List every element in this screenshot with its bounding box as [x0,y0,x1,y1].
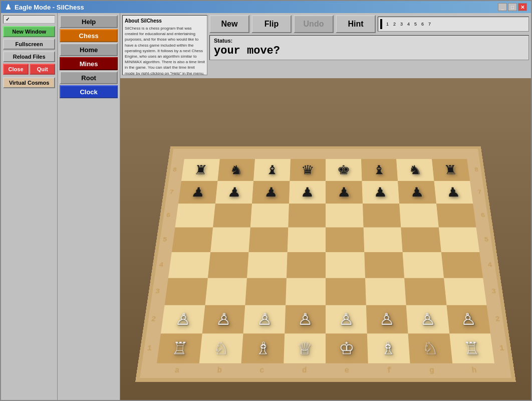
board-cell-7a[interactable]: ♟ [178,181,217,204]
hint-button[interactable]: Hint [336,15,376,33]
board-cell-2h[interactable]: ♙ [446,305,490,334]
rank-5-left: 5 [162,236,168,243]
mines-button[interactable]: Mines [60,57,118,70]
chess-button[interactable]: Chess [60,29,118,42]
board-cell-1h[interactable]: ♖ [449,333,494,363]
board-cell-4h[interactable] [441,252,483,278]
board-cell-5e[interactable] [326,228,364,252]
title-bar-left: ♟ Eagle Mode - SilChess [5,3,84,11]
close-button[interactable]: Close [3,64,29,75]
board-cell-7f[interactable]: ♟ [362,181,399,204]
black-piece: ♟ [434,181,473,204]
close-window-button[interactable]: ✕ [518,3,527,11]
board-cell-3c[interactable] [245,278,286,305]
flip-button[interactable]: Flip [251,15,292,33]
clock-button[interactable]: Clock [60,85,118,98]
file-c: c [259,366,264,375]
board-cell-6e[interactable] [326,204,363,227]
board-cell-8f[interactable]: ♝ [361,159,398,181]
board-cell-2c[interactable]: ♙ [243,305,286,334]
undo-button[interactable]: Undo [294,15,334,33]
board-cell-5d[interactable] [287,228,326,252]
board-cell-2f[interactable]: ♙ [366,305,408,334]
board-cell-5h[interactable] [438,228,479,252]
board-cell-8b[interactable]: ♞ [217,159,255,181]
board-cell-7b[interactable]: ♟ [215,181,253,204]
board-cell-3a[interactable] [165,278,208,305]
board-cell-7d[interactable]: ♟ [289,181,326,204]
file-e: e [344,366,349,375]
chess-board-grid[interactable]: ♜♞♝♛♚♝♞♜♟♟♟♟♟♟♟♟♙♙♙♙♙♙♙♙♖♘♗♕♔♗♘♖ [157,159,494,363]
board-cell-2g[interactable]: ♙ [406,305,449,334]
board-cell-1f[interactable]: ♗ [367,333,410,363]
board-cell-6h[interactable] [436,204,476,227]
board-cell-5b[interactable] [210,228,250,252]
level-tick-5: 5 [414,22,417,27]
board-cell-6f[interactable] [363,204,401,227]
fullscreen-button[interactable]: Fullscreen [3,39,55,50]
new-game-button[interactable]: New [209,15,249,33]
board-area[interactable]: 8 7 6 5 4 3 2 1 8 [120,78,531,400]
file-a: a [174,366,180,375]
black-piece: ♟ [178,181,217,204]
board-cell-6d[interactable] [288,204,326,227]
board-cell-6g[interactable] [399,204,438,227]
board-cell-5c[interactable] [248,228,288,252]
maximize-button[interactable]: □ [508,3,517,11]
board-cell-6c[interactable] [250,204,289,227]
board-cell-3g[interactable] [404,278,446,305]
board-cell-1a[interactable]: ♖ [157,333,202,363]
board-cell-4g[interactable] [403,252,444,278]
board-cell-3d[interactable] [286,278,326,305]
board-cell-3f[interactable] [365,278,406,305]
board-cell-7h[interactable]: ♟ [434,181,473,204]
board-cell-8c[interactable]: ♝ [253,159,290,181]
board-cell-7e[interactable]: ♟ [326,181,363,204]
board-cell-6a[interactable] [175,204,215,227]
reload-files-button[interactable]: Reload Files [3,51,55,62]
board-cell-4d[interactable] [286,252,326,278]
board-cell-8e[interactable]: ♚ [326,159,362,181]
level-bar[interactable]: 1 2 3 4 5 6 7 [378,17,529,32]
home-button[interactable]: Home [60,43,118,56]
board-cell-3h[interactable] [444,278,487,305]
board-cell-8a[interactable]: ♜ [181,159,219,181]
minimize-button[interactable]: _ [498,3,507,11]
virtual-cosmos-button[interactable]: Virtual Cosmos [3,77,55,88]
board-cell-1c[interactable]: ♗ [241,333,285,363]
board-cell-1b[interactable]: ♘ [199,333,243,363]
file-g: g [429,366,434,375]
board-cell-2e[interactable]: ♙ [326,305,367,334]
help-button[interactable]: Help [60,15,118,28]
board-cell-8d[interactable]: ♛ [290,159,326,181]
board-cell-3b[interactable] [205,278,247,305]
board-cell-7c[interactable]: ♟ [252,181,290,204]
board-cell-8g[interactable]: ♞ [396,159,434,181]
quit-button[interactable]: Quit [30,64,55,75]
board-cell-3e[interactable] [326,278,366,305]
board-cell-1e[interactable]: ♔ [326,333,368,363]
board-cell-4f[interactable] [364,252,404,278]
board-cell-4a[interactable] [168,252,210,278]
board-cell-4c[interactable] [247,252,287,278]
file-d: d [302,366,307,375]
board-cell-8h[interactable]: ♜ [432,159,470,181]
board-cell-7g[interactable]: ♟ [398,181,436,204]
board-cell-6b[interactable] [213,204,252,227]
rank-2-left: 2 [151,315,156,323]
board-cell-5a[interactable] [172,228,213,252]
board-cell-1d[interactable]: ♕ [284,333,326,363]
board-cell-4e[interactable] [326,252,365,278]
title-controls[interactable]: _ □ ✕ [498,3,527,11]
board-cell-2a[interactable]: ♙ [161,305,205,334]
board-cell-1g[interactable]: ♘ [408,333,452,363]
chess-board-3d[interactable]: 8 7 6 5 4 3 2 1 8 [135,146,516,382]
root-button[interactable]: Root [60,71,118,84]
board-cell-4b[interactable] [207,252,248,278]
board-cell-5g[interactable] [401,228,441,252]
board-cell-5f[interactable] [363,228,402,252]
board-cell-2d[interactable]: ♙ [285,305,326,334]
board-cell-2b[interactable]: ♙ [202,305,245,334]
new-window-button[interactable]: New Window [3,26,55,37]
file-h: h [471,366,477,375]
